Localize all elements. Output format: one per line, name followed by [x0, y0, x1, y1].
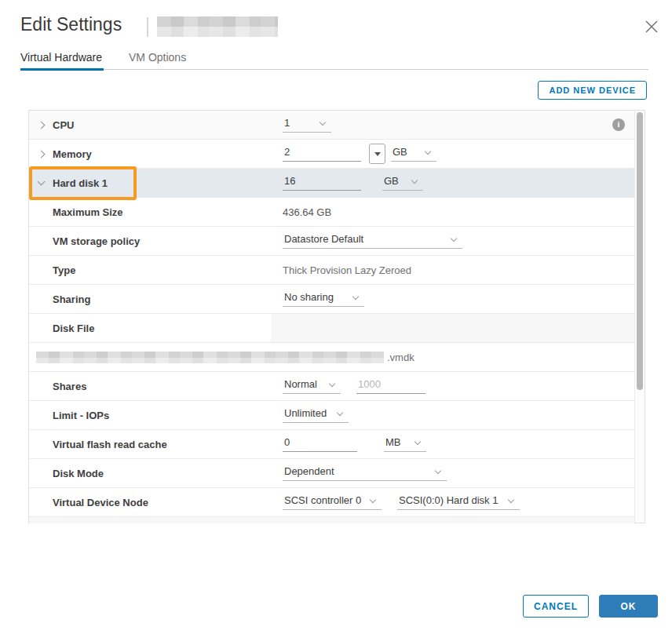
close-icon[interactable] [645, 20, 658, 33]
row-shares: Shares Normal [29, 372, 634, 401]
row-sharing: Sharing No sharing [29, 285, 634, 314]
limit-iops-label: Limit - IOPs [53, 410, 109, 421]
row-virtual-device-node: Virtual Device Node SCSI controller 0 SC… [29, 488, 634, 517]
device-list: CPU 1 i Memory GB [28, 110, 645, 523]
ok-button[interactable]: OK [599, 595, 658, 618]
scsi-node-value: SCSI(0:0) Hard disk 1 [399, 494, 498, 506]
shares-label: Shares [53, 381, 86, 392]
scsi-controller-value: SCSI controller 0 [284, 494, 361, 506]
row-disk-mode: Disk Mode Dependent [29, 459, 634, 488]
chevron-down-icon [435, 467, 441, 473]
scrollbar-thumb[interactable] [637, 112, 643, 390]
vmdk-suffix: .vmdk [387, 352, 415, 363]
cpu-count-select[interactable]: 1 [283, 117, 331, 133]
chevron-down-icon [508, 496, 514, 502]
cpu-count-value: 1 [284, 117, 290, 129]
title-separator [147, 17, 148, 37]
cancel-button[interactable]: CANCEL [523, 595, 589, 618]
disk-path-redacted [36, 352, 384, 363]
storage-policy-value: Datastore Default [284, 233, 363, 245]
shares-amount-input[interactable] [356, 378, 425, 394]
dialog-footer: CANCEL OK [523, 595, 658, 618]
chevron-down-icon [425, 148, 431, 154]
disk-mode-value: Dependent [284, 465, 334, 477]
disk-size-input[interactable] [283, 175, 361, 191]
chevron-down-icon [411, 177, 418, 183]
sharing-select[interactable]: No sharing [283, 291, 364, 307]
vflash-label: Virtual flash read cache [53, 439, 167, 450]
chevron-down-icon [451, 235, 457, 241]
disk-mode-label: Disk Mode [53, 468, 104, 479]
collapse-chevron-down-icon[interactable] [38, 181, 53, 184]
limit-iops-value: Unlimited [284, 407, 327, 419]
memory-unit-select[interactable]: GB [391, 146, 436, 162]
memory-unit-value: GB [393, 146, 407, 158]
tab-vm-options[interactable]: VM Options [129, 48, 188, 69]
sharing-value: No sharing [284, 291, 334, 303]
tab-bar: Virtual Hardware VM Options [20, 48, 648, 70]
disk-mode-select[interactable]: Dependent [283, 465, 447, 481]
memory-stepper-button[interactable] [369, 144, 385, 164]
next-row-partial [29, 517, 634, 523]
row-cpu: CPU 1 i [29, 111, 634, 140]
storage-policy-select[interactable]: Datastore Default [283, 233, 462, 249]
disk-unit-value: GB [384, 175, 399, 187]
row-vm-storage-policy: VM storage policy Datastore Default [29, 227, 634, 256]
row-disk-file: Disk File [29, 314, 634, 343]
add-new-device-button[interactable]: ADD NEW DEVICE [538, 81, 647, 100]
row-type: Type Thick Provision Lazy Zeroed [29, 256, 634, 285]
expand-chevron-right-icon[interactable] [38, 122, 53, 128]
disk-file-redacted-block [271, 314, 634, 342]
expand-chevron-right-icon[interactable] [38, 151, 53, 157]
shares-value: Normal [284, 378, 317, 390]
triangle-down-icon [374, 152, 381, 156]
type-label: Type [53, 264, 75, 276]
chevron-down-icon [352, 293, 359, 299]
scsi-node-select[interactable]: SCSI(0:0) Hard disk 1 [397, 494, 520, 510]
info-icon[interactable]: i [612, 118, 625, 131]
limit-iops-select[interactable]: Unlimited [283, 407, 349, 423]
scsi-controller-select[interactable]: SCSI controller 0 [283, 494, 382, 510]
shares-select[interactable]: Normal [283, 378, 341, 394]
chevron-down-icon [415, 438, 421, 444]
row-virtual-flash-read-cache: Virtual flash read cache MB [29, 430, 634, 459]
chevron-down-icon [370, 496, 376, 502]
storage-policy-label: VM storage policy [53, 235, 140, 247]
vflash-unit-select[interactable]: MB [384, 436, 426, 452]
vm-name-redacted [157, 16, 278, 37]
hard-disk-label: Hard disk 1 [53, 177, 108, 189]
maximum-size-value: 436.64 GB [283, 206, 331, 218]
virtual-device-node-label: Virtual Device Node [53, 497, 148, 508]
scrollbar-track[interactable] [634, 111, 645, 523]
row-disk-path: .vmdk [29, 343, 634, 372]
vflash-unit-value: MB [385, 436, 401, 448]
sharing-label: Sharing [53, 293, 90, 305]
row-limit-iops: Limit - IOPs Unlimited [29, 401, 634, 430]
dialog-title: Edit Settings [20, 14, 122, 35]
disk-unit-select[interactable]: GB [382, 175, 423, 191]
disk-file-label: Disk File [53, 322, 94, 334]
row-hard-disk-1: Hard disk 1 GB [29, 169, 634, 198]
vflash-size-input[interactable] [283, 436, 357, 452]
row-maximum-size: Maximum Size 436.64 GB [29, 198, 634, 227]
chevron-down-icon [337, 409, 343, 415]
memory-label: Memory [53, 148, 92, 160]
type-value: Thick Provision Lazy Zeroed [283, 264, 411, 276]
memory-size-input[interactable] [283, 146, 361, 162]
chevron-down-icon [329, 380, 335, 386]
tab-virtual-hardware[interactable]: Virtual Hardware [20, 48, 104, 71]
cpu-label: CPU [53, 119, 74, 131]
row-memory: Memory GB [29, 140, 634, 169]
chevron-down-icon [320, 118, 326, 125]
maximum-size-label: Maximum Size [53, 206, 123, 218]
